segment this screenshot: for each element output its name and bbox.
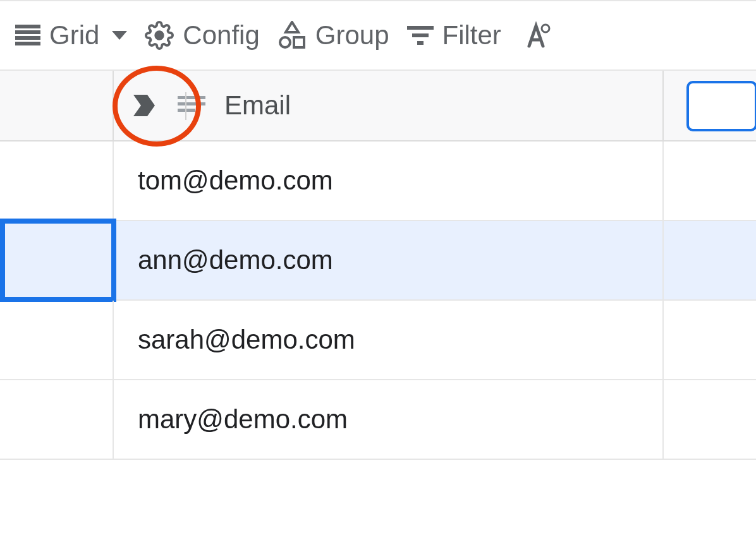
- email-column-header[interactable]: Email: [114, 71, 664, 140]
- config-button[interactable]: Config: [145, 20, 259, 51]
- next-column-header[interactable]: [664, 71, 756, 140]
- gear-icon: [145, 21, 174, 50]
- text-style-button[interactable]: [521, 21, 551, 50]
- email-cell[interactable]: sarah@demo.com: [114, 301, 664, 379]
- group-label: Group: [315, 20, 389, 51]
- text-column-type-icon: [178, 93, 205, 117]
- svg-rect-9: [412, 33, 429, 37]
- row-handle-cell[interactable]: [0, 141, 114, 220]
- list-icon: [15, 25, 40, 46]
- svg-rect-0: [15, 25, 40, 28]
- row-handle-cell[interactable]: [0, 380, 114, 459]
- email-value: mary@demo.com: [138, 404, 348, 435]
- filter-label: Filter: [442, 20, 501, 51]
- selected-row-indicator: [0, 219, 116, 302]
- table-row[interactable]: ann@demo.com: [0, 221, 756, 301]
- active-cell-outline[interactable]: [686, 81, 756, 131]
- email-cell[interactable]: ann@demo.com: [114, 221, 664, 299]
- svg-point-6: [280, 37, 290, 47]
- email-value: ann@demo.com: [138, 245, 333, 275]
- svg-point-11: [542, 25, 549, 32]
- svg-marker-5: [286, 22, 298, 32]
- svg-marker-12: [133, 95, 155, 116]
- email-cell[interactable]: tom@demo.com: [114, 141, 664, 220]
- svg-rect-10: [417, 41, 424, 45]
- letter-a-icon: [521, 21, 551, 50]
- column-header-row: Email: [0, 71, 756, 141]
- caret-down-icon: [112, 31, 127, 40]
- config-label: Config: [183, 20, 259, 51]
- svg-rect-7: [294, 37, 304, 47]
- column-mini-separator: [185, 92, 186, 120]
- svg-rect-1: [15, 30, 40, 34]
- svg-rect-8: [407, 26, 434, 30]
- table-row[interactable]: sarah@demo.com: [0, 301, 756, 380]
- view-grid-button[interactable]: Grid: [15, 20, 127, 51]
- next-cell[interactable]: [664, 221, 756, 299]
- table-row[interactable]: tom@demo.com: [0, 141, 756, 221]
- svg-rect-13: [178, 96, 205, 99]
- next-cell[interactable]: [664, 380, 756, 459]
- expand-chevron-icon[interactable]: [130, 91, 159, 120]
- shapes-icon: [277, 21, 307, 50]
- email-cell[interactable]: mary@demo.com: [114, 380, 664, 459]
- toolbar: Grid Config Group: [0, 0, 756, 71]
- view-grid-label: Grid: [49, 20, 99, 51]
- svg-rect-14: [178, 102, 205, 105]
- next-cell[interactable]: [664, 301, 756, 379]
- table-row[interactable]: mary@demo.com: [0, 380, 756, 460]
- email-column-label: Email: [224, 90, 291, 121]
- filter-button[interactable]: Filter: [407, 20, 501, 51]
- email-value: sarah@demo.com: [138, 325, 355, 355]
- svg-rect-15: [178, 109, 195, 112]
- svg-rect-3: [15, 42, 40, 45]
- svg-point-4: [156, 32, 164, 39]
- svg-rect-2: [15, 36, 40, 40]
- group-button[interactable]: Group: [277, 20, 389, 51]
- next-cell[interactable]: [664, 141, 756, 220]
- filter-icon: [407, 25, 434, 46]
- row-number-column-header[interactable]: [0, 71, 114, 140]
- email-value: tom@demo.com: [138, 165, 333, 196]
- row-handle-cell[interactable]: [0, 301, 114, 379]
- row-handle-cell[interactable]: [0, 221, 114, 299]
